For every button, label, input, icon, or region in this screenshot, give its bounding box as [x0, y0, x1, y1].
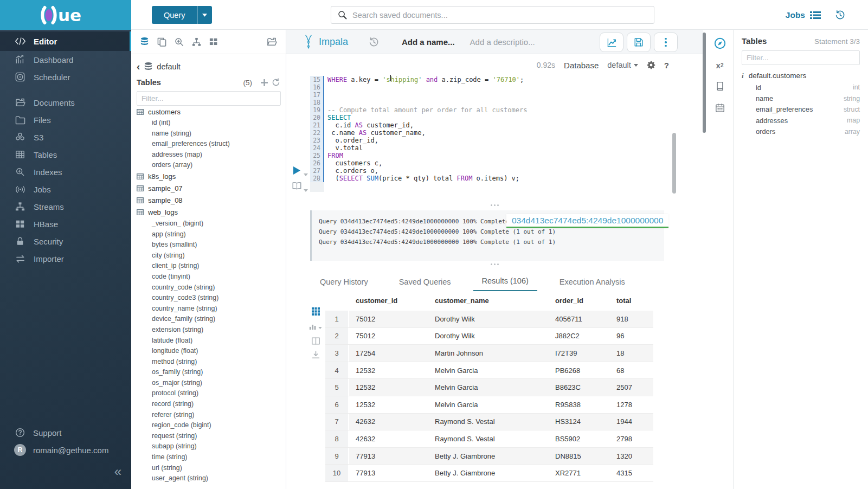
- editor-scrollbar[interactable]: [672, 133, 676, 194]
- add-table-icon[interactable]: [261, 79, 268, 86]
- engine-tab[interactable]: Impala: [304, 35, 348, 49]
- grid3-icon[interactable]: [309, 307, 322, 316]
- query-button-label[interactable]: Query: [152, 6, 197, 24]
- columns-icon[interactable]: [309, 337, 322, 345]
- book-options-caret[interactable]: [304, 184, 308, 194]
- schema-column-email_preferences[interactable]: email_preferencesstruct: [742, 104, 860, 115]
- new-query-button[interactable]: Query: [152, 6, 212, 24]
- tab-saved-queries[interactable]: Saved Queries: [390, 273, 460, 291]
- main-scrollbar[interactable]: [703, 33, 706, 133]
- tree-column[interactable]: orders (array): [137, 160, 284, 171]
- tree-column[interactable]: app (string): [137, 229, 284, 240]
- back-chevron-icon[interactable]: ‹: [137, 63, 140, 70]
- tree-column[interactable]: _version_ (bigint): [137, 218, 284, 229]
- query-dropdown-caret[interactable]: [197, 6, 212, 24]
- tree-column[interactable]: os_major (string): [137, 378, 284, 389]
- query-name-field[interactable]: Add a name...: [402, 37, 455, 47]
- sidebar-item-tables[interactable]: Tables: [0, 146, 131, 163]
- tree-column[interactable]: request (string): [137, 431, 284, 442]
- tree-column[interactable]: record (string): [137, 399, 284, 410]
- hue-logo[interactable]: ue: [0, 0, 131, 30]
- tree-table-web_logs[interactable]: web_logs: [137, 207, 284, 218]
- barchart-icon[interactable]: [309, 323, 317, 330]
- book-icon[interactable]: [292, 182, 301, 190]
- sql-code-editor[interactable]: 15WHERE a.key = 'shipping' and a.zip_cod…: [286, 76, 703, 190]
- tree-column[interactable]: region_code (bigint): [137, 420, 284, 431]
- tree-table-sample_07[interactable]: sample_07: [137, 183, 284, 195]
- tree-column[interactable]: longitude (float): [137, 346, 284, 357]
- sidebar-item-documents[interactable]: Documents: [0, 94, 131, 111]
- query-history-icon[interactable]: [369, 37, 379, 47]
- tree-table-k8s_logs[interactable]: k8s_logs: [137, 171, 284, 183]
- tree-column[interactable]: country_code (string): [137, 282, 284, 293]
- calendar-icon[interactable]: [715, 103, 725, 113]
- tree-column[interactable]: url (string): [137, 463, 284, 474]
- tree-table-sample_08[interactable]: sample_08: [137, 195, 284, 207]
- query-id-link[interactable]: 034d413ec7474ed5:4249de1000000000: [506, 214, 668, 228]
- compass-icon[interactable]: [714, 37, 726, 49]
- database-select[interactable]: default: [607, 61, 638, 69]
- tree-column[interactable]: latitude (float): [137, 336, 284, 346]
- history-icon[interactable]: [835, 10, 845, 20]
- sidebar-item-files[interactable]: Files: [0, 111, 131, 128]
- sidebar-item-support[interactable]: Support: [0, 424, 131, 441]
- docs-icon[interactable]: [715, 81, 725, 91]
- tree-column[interactable]: subapp (string): [137, 441, 284, 452]
- chart-button[interactable]: [600, 33, 623, 52]
- tree-column[interactable]: country_code3 (string): [137, 293, 284, 304]
- tree-column[interactable]: addresses (map): [137, 150, 284, 160]
- sidebar-item-scheduler[interactable]: Scheduler: [0, 68, 131, 86]
- schema-column-id[interactable]: idint: [742, 82, 860, 93]
- collapse-sidebar-icon[interactable]: «: [114, 464, 121, 479]
- sidebar-item-hbase[interactable]: HBase: [0, 215, 131, 233]
- sidebar-item-security[interactable]: Security: [0, 233, 131, 250]
- zoom-in-icon[interactable]: [175, 37, 184, 47]
- tree-column[interactable]: city (string): [137, 250, 284, 261]
- global-search[interactable]: [331, 6, 654, 24]
- tree-column[interactable]: bytes (smallint): [137, 240, 284, 250]
- schema-column-orders[interactable]: ordersarray: [742, 126, 860, 137]
- sidebar-item-importer[interactable]: Importer: [0, 250, 131, 267]
- copy-icon[interactable]: [157, 37, 166, 47]
- refresh-icon[interactable]: [272, 78, 280, 87]
- tree-column[interactable]: time (string): [137, 452, 284, 463]
- sidebar-item-streams[interactable]: Streams: [0, 198, 131, 215]
- tree-column[interactable]: protocol (string): [137, 388, 284, 399]
- tab-query-history[interactable]: Query History: [311, 273, 377, 291]
- run-query-button[interactable]: [293, 166, 300, 177]
- more-actions-button[interactable]: [654, 33, 678, 52]
- tree-column[interactable]: extension (string): [137, 325, 284, 336]
- tree-column[interactable]: code (tinyint): [137, 272, 284, 282]
- schema-filter-input[interactable]: [742, 50, 860, 65]
- sitemap-icon[interactable]: [192, 37, 201, 47]
- tree-column[interactable]: os_family (string): [137, 367, 284, 378]
- query-description-field[interactable]: Add a descriptio...: [470, 37, 535, 47]
- tree-column[interactable]: method (string): [137, 357, 284, 368]
- schema-column-addresses[interactable]: addressesmap: [742, 115, 860, 126]
- superscript-icon[interactable]: x2: [716, 61, 724, 69]
- schema-column-name[interactable]: namestring: [742, 93, 860, 104]
- gear-icon[interactable]: [647, 61, 655, 69]
- database-icon[interactable]: [140, 37, 149, 47]
- sidebar-item-dashboard[interactable]: Dashboard: [0, 51, 131, 68]
- sidebar-item-editor[interactable]: Editor: [0, 31, 131, 51]
- assist-filter-input[interactable]: [137, 91, 281, 106]
- run-options-caret[interactable]: [304, 169, 308, 178]
- tab-execution-analysis[interactable]: Execution Analysis: [551, 273, 634, 291]
- save-button[interactable]: [627, 33, 651, 52]
- resize-handle[interactable]: [286, 263, 703, 265]
- tree-column[interactable]: email_preferences (struct): [137, 139, 284, 150]
- grid-icon[interactable]: [209, 37, 218, 46]
- sidebar-item-s3[interactable]: S3: [0, 128, 131, 146]
- download-icon[interactable]: [309, 351, 322, 359]
- help-icon[interactable]: ?: [664, 61, 669, 70]
- database-name[interactable]: default: [157, 62, 181, 71]
- tree-column[interactable]: country_name (string): [137, 304, 284, 314]
- sidebar-item-user[interactable]: R romain@gethue.com: [0, 441, 131, 459]
- jobs-link[interactable]: Jobs: [786, 10, 821, 20]
- tree-column[interactable]: user_agent (string): [137, 473, 284, 484]
- sidebar-item-jobs[interactable]: Jobs: [0, 181, 131, 198]
- tree-column[interactable]: name (string): [137, 128, 284, 139]
- schema-table-row[interactable]: i default.customers: [742, 72, 860, 80]
- tree-column[interactable]: device_family (string): [137, 314, 284, 325]
